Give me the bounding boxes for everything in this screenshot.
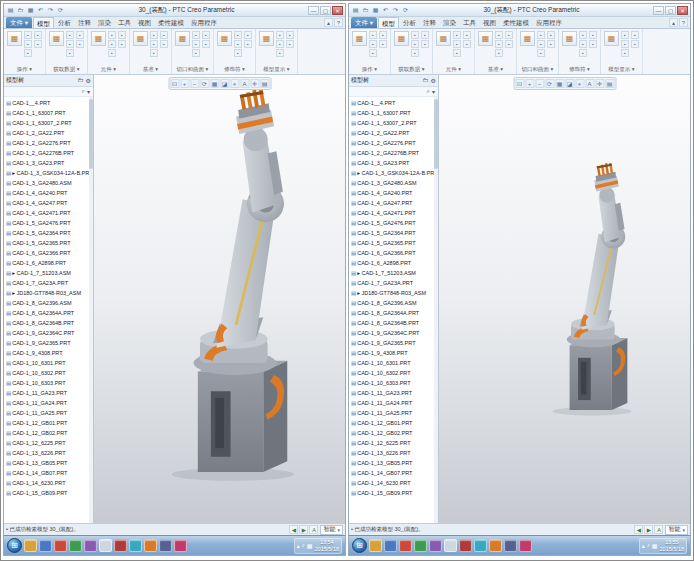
model-tree-item[interactable]: ▤ CAD-1_8_GA2364B.PRT: [351, 318, 438, 328]
model-tree-item[interactable]: ▤ CAD-1_5_GA2365.PRT: [351, 238, 438, 248]
model-tree-item[interactable]: ▤ ▸ JD180-GT7848-R03_ASM: [6, 288, 93, 298]
status-tool-icon[interactable]: ▶: [299, 525, 308, 534]
ribbon-tool-icon[interactable]: ▪: [286, 40, 294, 48]
graphics-tool-icon[interactable]: ▤: [260, 79, 269, 88]
model-tree-item[interactable]: ▤ CAD-1_11_GA23.PRT: [6, 388, 93, 398]
ribbon-tool-icon[interactable]: ▪: [66, 49, 74, 57]
graphics-tool-icon[interactable]: ✛: [250, 79, 259, 88]
ribbon-tool-icon[interactable]: ▪: [453, 31, 461, 39]
model-tree-item[interactable]: ▤ CAD-1__4.PRT: [351, 98, 438, 108]
model-tree-item[interactable]: ▤ CAD-1_4_GA240.PRT: [351, 188, 438, 198]
quick-access-icon[interactable]: ▤: [6, 6, 15, 15]
ribbon-tool-icon[interactable]: ▪: [192, 40, 200, 48]
taskbar-app-icon[interactable]: [399, 539, 412, 552]
ribbon-tool-icon[interactable]: ▪: [547, 31, 555, 39]
tray-icon[interactable]: ▴: [297, 542, 300, 549]
model-tree-item[interactable]: ▤ CAD-1_4_GA2471.PRT: [6, 208, 93, 218]
maximize-button[interactable]: ▢: [320, 6, 331, 15]
taskbar-app-icon[interactable]: [504, 539, 517, 552]
model-tree-item[interactable]: ▤ CAD-1_12_GB02.PRT: [351, 428, 438, 438]
model-tree-item[interactable]: ▤ CAD-1_10_6301.PRT: [6, 358, 93, 368]
model-tree-item[interactable]: ▤ CAD-1_15_GB09.PRT: [6, 488, 93, 498]
quick-access-icon[interactable]: ▦: [371, 6, 380, 15]
ribbon-utility-icon[interactable]: ?: [679, 18, 688, 27]
model-tree-item[interactable]: ▤ CAD-1_10_6303.PRT: [351, 378, 438, 388]
ribbon-tool-icon[interactable]: ▪: [411, 31, 419, 39]
ribbon-tool-icon[interactable]: ▪: [537, 40, 545, 48]
ribbon-tool-icon[interactable]: ▦: [49, 31, 64, 46]
model-tree-item[interactable]: ▤ CAD-1_9_GA2365.PRT: [351, 338, 438, 348]
model-tree-item[interactable]: ▤ CAD-1_9_GA2365.PRT: [6, 338, 93, 348]
ribbon-tool-icon[interactable]: ▪: [34, 40, 42, 48]
ribbon-tool-icon[interactable]: ▪: [24, 49, 32, 57]
robot-arm-model[interactable]: [104, 90, 344, 483]
model-tree-item[interactable]: ▤ CAD-1_11_GA25.PRT: [351, 408, 438, 418]
ribbon-tab[interactable]: 应用程序: [533, 17, 565, 28]
model-tree-item[interactable]: ▤ CAD-1_14_GB07.PRT: [351, 468, 438, 478]
model-tree-item[interactable]: ▤ CAD-1_4_GA240.PRT: [6, 188, 93, 198]
start-button[interactable]: ⊞: [7, 538, 22, 553]
graphics-tool-icon[interactable]: +: [525, 79, 534, 88]
ribbon-tool-icon[interactable]: ▦: [175, 31, 190, 46]
model-tree-item[interactable]: ▤ CAD-1_9_GA2364C.PRT: [351, 328, 438, 338]
taskbar-app-icon[interactable]: [519, 539, 532, 552]
ribbon-tool-icon[interactable]: ▦: [604, 31, 619, 46]
close-button[interactable]: ✕: [677, 6, 688, 15]
start-button[interactable]: ⊞: [352, 538, 367, 553]
model-tree-item[interactable]: ▤ CAD-1_4_GA2471.PRT: [351, 208, 438, 218]
model-tree-item[interactable]: ▤ CAD-1_2_GA22.PRT: [351, 128, 438, 138]
model-tree-header-icon[interactable]: 🗀: [423, 77, 429, 84]
ribbon-tool-icon[interactable]: ▪: [463, 31, 471, 39]
ribbon-tool-icon[interactable]: ▪: [547, 40, 555, 48]
ribbon-tab[interactable]: 渲染: [440, 17, 459, 28]
graphics-tool-icon[interactable]: ⊡: [515, 79, 524, 88]
ribbon-tool-icon[interactable]: ▦: [91, 31, 106, 46]
model-tree-item[interactable]: ▤ CAD-1_5_GA2476.PRT: [351, 218, 438, 228]
taskbar-app-icon[interactable]: [24, 539, 37, 552]
model-tree-item[interactable]: ▤ CAD-1_11_GA25.PRT: [6, 408, 93, 418]
model-tree-item[interactable]: ▤ CAD-1_2_GA2276.PRT: [351, 138, 438, 148]
ribbon-tool-icon[interactable]: ▪: [244, 40, 252, 48]
ribbon-tool-icon[interactable]: ▪: [369, 31, 377, 39]
model-tree-item[interactable]: ▤ CAD-1_3_GA23.PRT: [6, 158, 93, 168]
graphics-tool-icon[interactable]: ◪: [565, 79, 574, 88]
model-tree-item[interactable]: ▤ CAD-1_2_GA2276B.PRT: [351, 148, 438, 158]
ribbon-tool-icon[interactable]: ▪: [537, 31, 545, 39]
model-tree-item[interactable]: ▤ CAD-1_12_6225.PRT: [6, 438, 93, 448]
graphics-tool-icon[interactable]: ◪: [220, 79, 229, 88]
file-menu-button[interactable]: 文件 ▾: [351, 17, 377, 28]
ribbon-tool-icon[interactable]: ▪: [24, 31, 32, 39]
ribbon-tab[interactable]: 柔性建模: [155, 17, 187, 28]
ribbon-tab[interactable]: 注释: [75, 17, 94, 28]
ribbon-tool-icon[interactable]: ▪: [234, 40, 242, 48]
ribbon-tool-icon[interactable]: ▦: [520, 31, 535, 46]
selection-filter-dropdown[interactable]: 智能 ▾: [320, 525, 343, 535]
model-tree-item[interactable]: ▤ CAD-1_2_GA2276.PRT: [6, 138, 93, 148]
model-tree-item[interactable]: ▤ CAD-1_4_GA247.PRT: [351, 198, 438, 208]
model-tree-item[interactable]: ▤ CAD-1_14_6230.PRT: [351, 478, 438, 488]
model-tree-item[interactable]: ▤ CAD-1_9_GA2364C.PRT: [6, 328, 93, 338]
model-tree-item[interactable]: ▤ CAD-1_6_A2898.PRT: [351, 258, 438, 268]
model-tree-item[interactable]: ▤ CAD-1_6_A2898.PRT: [6, 258, 93, 268]
graphics-tool-icon[interactable]: ⌖: [230, 79, 239, 88]
taskbar-app-icon[interactable]: [159, 539, 172, 552]
model-tree-item[interactable]: ▤ ▸ CAD-1_3_GSK034-12A-B.PRT: [351, 168, 438, 178]
ribbon-tab[interactable]: 模型: [33, 17, 54, 28]
ribbon-tab[interactable]: 柔性建模: [500, 17, 532, 28]
ribbon-group-label[interactable]: 元件 ▾: [91, 65, 126, 74]
taskbar-app-icon[interactable]: [129, 539, 142, 552]
model-tree-item[interactable]: ▤ CAD-1_6_GA2366.PRT: [351, 248, 438, 258]
ribbon-group-label[interactable]: 切口和曲面 ▾: [175, 65, 210, 74]
ribbon-tool-icon[interactable]: ▪: [631, 40, 639, 48]
ribbon-group-label[interactable]: 模型显示 ▾: [259, 65, 294, 74]
ribbon-tool-icon[interactable]: ▪: [421, 31, 429, 39]
model-tree-item[interactable]: ▤ CAD-1_8_GA2396.ASM: [6, 298, 93, 308]
ribbon-tool-icon[interactable]: ▪: [579, 31, 587, 39]
ribbon-tool-icon[interactable]: ▪: [202, 40, 210, 48]
graphics-tool-icon[interactable]: ▦: [210, 79, 219, 88]
model-tree-item[interactable]: ▤ CAD-1_7_GA23A.PRT: [6, 278, 93, 288]
ribbon-tool-icon[interactable]: ▪: [495, 49, 503, 57]
model-tree-item[interactable]: ▤ CAD-1_6_GA2366.PRT: [6, 248, 93, 258]
ribbon-tool-icon[interactable]: ▪: [421, 40, 429, 48]
taskbar-clock[interactable]: 13:54 2015/5/18: [315, 539, 339, 552]
